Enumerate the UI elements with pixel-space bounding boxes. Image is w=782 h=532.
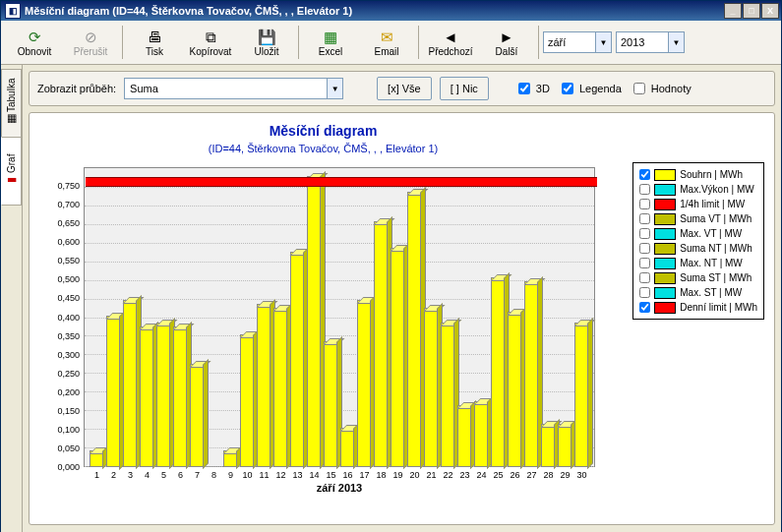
app-icon: ◧ [5, 3, 21, 19]
bar [289, 252, 306, 467]
bar [423, 308, 440, 467]
bar [155, 323, 172, 467]
arrow-left-icon: ◄ [442, 29, 459, 46]
bar [573, 323, 590, 467]
bar [373, 221, 390, 467]
legend-item[interactable]: Max. ST | MW [639, 285, 757, 300]
y-axis: 0,0000,0500,1000,1500,2000,2500,3000,350… [34, 167, 82, 467]
email-button[interactable]: ✉Email [359, 22, 414, 63]
year-select[interactable]: 2013▼ [616, 31, 685, 53]
bar [339, 428, 356, 467]
month-select[interactable]: září▼ [543, 31, 612, 53]
legend-item[interactable]: Denní limit | MWh [639, 300, 757, 315]
excel-button[interactable]: ▦Excel [303, 22, 358, 63]
legend-item[interactable]: Souhrn | MWh [639, 167, 757, 182]
print-button[interactable]: 🖶Tisk [127, 22, 182, 63]
select-all-button[interactable]: [x] Vše [377, 77, 432, 100]
bar [323, 341, 339, 467]
save-icon: 💾 [258, 29, 275, 46]
legend-item[interactable]: Suma ST | MWh [639, 270, 757, 285]
chart-panel: Měsíční diagram (ID=44, Štěrkovna Tovačo… [29, 112, 775, 525]
x-axis: 1234567891011121314151617181920212223242… [89, 470, 590, 480]
refresh-icon: ⟳ [26, 29, 43, 46]
legend-item[interactable]: Max.Výkon | MW [639, 182, 757, 197]
refresh-button[interactable]: ⟳Obnovit [7, 22, 62, 63]
content-area: Zobrazit průběh: Suma▼ [x] Vše [ ] Nic 3… [23, 65, 781, 532]
excel-icon: ▦ [322, 29, 339, 46]
bar [440, 323, 456, 467]
bar [189, 364, 206, 467]
bar [239, 334, 256, 467]
window-title: Měsíční diagram (ID=44, Štěrkovna Tovačo… [25, 5, 352, 17]
chart-title: Měsíční diagram [30, 123, 617, 139]
close-button[interactable]: X [761, 3, 779, 19]
chevron-down-icon: ▼ [668, 32, 684, 52]
bar [172, 326, 189, 467]
print-icon: 🖶 [146, 29, 163, 46]
legend-item[interactable]: 1/4h limit | MW [639, 197, 757, 211]
select-none-button[interactable]: [ ] Nic [440, 77, 489, 100]
maximize-button[interactable]: □ [743, 3, 760, 19]
chart-subtitle: (ID=44, Štěrkovna Tovačov, ČMŠ, , , Elev… [30, 143, 617, 154]
legend-item[interactable]: Max. NT | MW [639, 256, 757, 270]
bar [222, 450, 239, 467]
arrow-right-icon: ► [498, 29, 515, 46]
chart-icon: ▮ [5, 176, 18, 182]
chevron-down-icon: ▼ [595, 32, 611, 52]
bar [306, 176, 323, 467]
abort-icon: ⊘ [82, 29, 99, 46]
options-bar: Zobrazit průběh: Suma▼ [x] Vše [ ] Nic 3… [29, 71, 775, 106]
bar [89, 450, 105, 467]
copy-icon: ⧉ [202, 29, 219, 46]
bar [356, 300, 373, 467]
legend-item[interactable]: Suma VT | MWh [639, 211, 757, 226]
next-button[interactable]: ►Další [479, 22, 534, 63]
legend: Souhrn | MWhMax.Výkon | MW1/4h limit | M… [632, 162, 764, 320]
bar [456, 405, 473, 467]
bar [390, 248, 406, 467]
legend-checkbox[interactable]: Legenda [558, 80, 622, 97]
values-checkbox[interactable]: Hodnoty [630, 80, 692, 97]
side-tabs: ▦Tabulka ▮Graf [1, 65, 23, 532]
bar [256, 304, 272, 467]
bar [473, 401, 490, 467]
table-icon: ▦ [5, 114, 18, 124]
prev-button[interactable]: ◄Předchozí [423, 22, 478, 63]
bar [206, 464, 222, 467]
legend-item[interactable]: Max. VT | MW [639, 226, 757, 241]
title-bar: ◧ Měsíční diagram (ID=44, Štěrkovna Tova… [1, 1, 781, 21]
bars [89, 167, 590, 467]
legend-item[interactable]: Suma NT | MWh [639, 241, 757, 256]
toolbar: ⟳Obnovit ⊘Přerušit 🖶Tisk ⧉Kopírovat 💾Ulo… [1, 21, 781, 65]
bar [540, 424, 557, 467]
save-button[interactable]: 💾Uložit [239, 22, 294, 63]
bar [490, 277, 507, 467]
plot-area: 0,0000,0500,1000,1500,2000,2500,3000,350… [84, 167, 595, 492]
threeD-checkbox[interactable]: 3D [514, 80, 550, 97]
x-axis-title: září 2013 [84, 482, 595, 494]
copy-button[interactable]: ⧉Kopírovat [183, 22, 238, 63]
bar [122, 300, 139, 467]
bar [406, 192, 423, 467]
zobrazit-label: Zobrazit průběh: [37, 83, 116, 94]
email-icon: ✉ [378, 29, 395, 46]
bar [272, 308, 289, 467]
tab-tabulka[interactable]: ▦Tabulka [1, 69, 22, 138]
bar [105, 316, 122, 468]
bar [507, 312, 523, 467]
bar [557, 424, 573, 467]
chevron-down-icon: ▼ [327, 79, 342, 98]
bar [523, 281, 540, 467]
limit-line [86, 177, 597, 187]
tab-graf[interactable]: ▮Graf [1, 137, 22, 206]
minimize-button[interactable]: _ [724, 3, 742, 19]
app-window: ◧ Měsíční diagram (ID=44, Štěrkovna Tova… [0, 0, 782, 532]
bar [139, 326, 155, 467]
series-select[interactable]: Suma▼ [124, 78, 343, 99]
abort-button[interactable]: ⊘Přerušit [63, 22, 118, 63]
